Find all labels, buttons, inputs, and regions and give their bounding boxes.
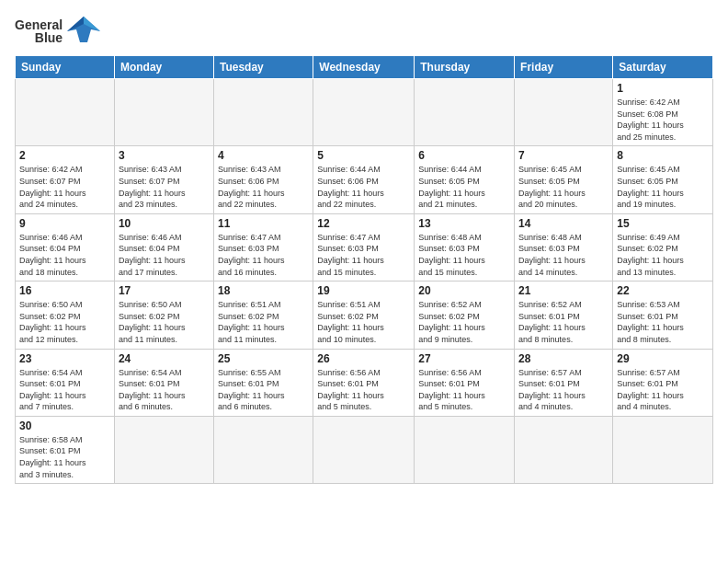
day-info: Sunrise: 6:44 AM Sunset: 6:06 PM Dayligh… [317,164,410,210]
calendar-cell: 12Sunrise: 6:47 AM Sunset: 6:03 PM Dayli… [313,213,415,281]
day-number: 2 [19,149,110,162]
calendar-cell [515,79,613,146]
logo-bird-icon [65,15,102,48]
calendar-cell: 8Sunrise: 6:45 AM Sunset: 6:05 PM Daylig… [613,146,713,213]
calendar-week-2: 2Sunrise: 6:42 AM Sunset: 6:07 PM Daylig… [16,146,713,213]
day-info: Sunrise: 6:51 AM Sunset: 6:02 PM Dayligh… [218,299,309,345]
day-number: 17 [119,284,210,297]
calendar-cell: 17Sunrise: 6:50 AM Sunset: 6:02 PM Dayli… [114,282,213,349]
calendar-cell: 3Sunrise: 6:43 AM Sunset: 6:07 PM Daylig… [114,146,213,213]
day-number: 18 [218,284,309,297]
calendar-cell: 15Sunrise: 6:49 AM Sunset: 6:02 PM Dayli… [613,213,713,281]
calendar-cell: 13Sunrise: 6:48 AM Sunset: 6:03 PM Dayli… [415,213,515,281]
day-info: Sunrise: 6:53 AM Sunset: 6:01 PM Dayligh… [617,299,709,345]
calendar-cell: 28Sunrise: 6:57 AM Sunset: 6:01 PM Dayli… [515,349,613,416]
calendar-cell: 24Sunrise: 6:54 AM Sunset: 6:01 PM Dayli… [114,349,213,416]
calendar-cell: 29Sunrise: 6:57 AM Sunset: 6:01 PM Dayli… [613,349,713,416]
calendar-week-4: 16Sunrise: 6:50 AM Sunset: 6:02 PM Dayli… [16,282,713,349]
calendar-cell: 23Sunrise: 6:54 AM Sunset: 6:01 PM Dayli… [16,349,115,416]
day-info: Sunrise: 6:48 AM Sunset: 6:03 PM Dayligh… [518,232,609,278]
day-number: 19 [317,284,410,297]
day-number: 28 [518,352,609,365]
day-info: Sunrise: 6:52 AM Sunset: 6:02 PM Dayligh… [418,299,510,345]
day-number: 12 [317,217,410,230]
day-info: Sunrise: 6:58 AM Sunset: 6:01 PM Dayligh… [19,434,110,480]
logo: General Blue [15,15,102,48]
calendar-cell: 25Sunrise: 6:55 AM Sunset: 6:01 PM Dayli… [213,349,313,416]
calendar-cell [313,79,415,146]
calendar-cell: 5Sunrise: 6:44 AM Sunset: 6:06 PM Daylig… [313,146,415,213]
calendar-week-1: 1Sunrise: 6:42 AM Sunset: 6:08 PM Daylig… [16,79,713,146]
calendar-week-6: 30Sunrise: 6:58 AM Sunset: 6:01 PM Dayli… [16,416,713,483]
day-number: 14 [518,217,609,230]
day-number: 9 [19,217,110,230]
day-number: 4 [218,149,309,162]
day-number: 7 [518,149,609,162]
calendar-cell: 27Sunrise: 6:56 AM Sunset: 6:01 PM Dayli… [415,349,515,416]
day-info: Sunrise: 6:43 AM Sunset: 6:06 PM Dayligh… [218,164,309,210]
calendar-cell: 4Sunrise: 6:43 AM Sunset: 6:06 PM Daylig… [213,146,313,213]
day-info: Sunrise: 6:55 AM Sunset: 6:01 PM Dayligh… [218,367,309,413]
calendar-cell [313,416,415,483]
day-number: 26 [317,352,410,365]
weekday-header-friday: Friday [515,56,613,79]
calendar-cell: 18Sunrise: 6:51 AM Sunset: 6:02 PM Dayli… [213,282,313,349]
day-info: Sunrise: 6:47 AM Sunset: 6:03 PM Dayligh… [218,232,309,278]
logo-general: General [15,18,63,31]
calendar-cell: 14Sunrise: 6:48 AM Sunset: 6:03 PM Dayli… [515,213,613,281]
day-number: 30 [19,419,110,432]
day-info: Sunrise: 6:46 AM Sunset: 6:04 PM Dayligh… [19,232,110,278]
calendar-cell [114,416,213,483]
day-number: 13 [418,217,510,230]
calendar-cell [515,416,613,483]
day-number: 15 [617,217,709,230]
calendar-cell [613,416,713,483]
day-number: 24 [119,352,210,365]
day-info: Sunrise: 6:42 AM Sunset: 6:08 PM Dayligh… [617,97,709,143]
day-info: Sunrise: 6:42 AM Sunset: 6:07 PM Dayligh… [19,164,110,210]
calendar-cell [16,79,115,146]
day-number: 3 [119,149,210,162]
weekday-header-saturday: Saturday [613,56,713,79]
day-number: 25 [218,352,309,365]
logo-blue: Blue [35,31,63,44]
calendar-cell: 21Sunrise: 6:52 AM Sunset: 6:01 PM Dayli… [515,282,613,349]
calendar-cell: 30Sunrise: 6:58 AM Sunset: 6:01 PM Dayli… [16,416,115,483]
day-info: Sunrise: 6:51 AM Sunset: 6:02 PM Dayligh… [317,299,410,345]
day-info: Sunrise: 6:50 AM Sunset: 6:02 PM Dayligh… [119,299,210,345]
day-number: 22 [617,284,709,297]
weekday-header-thursday: Thursday [415,56,515,79]
calendar-cell: 7Sunrise: 6:45 AM Sunset: 6:05 PM Daylig… [515,146,613,213]
day-info: Sunrise: 6:57 AM Sunset: 6:01 PM Dayligh… [518,367,609,413]
calendar-cell: 19Sunrise: 6:51 AM Sunset: 6:02 PM Dayli… [313,282,415,349]
day-number: 10 [119,217,210,230]
day-info: Sunrise: 6:43 AM Sunset: 6:07 PM Dayligh… [119,164,210,210]
day-number: 20 [418,284,510,297]
calendar-cell: 11Sunrise: 6:47 AM Sunset: 6:03 PM Dayli… [213,213,313,281]
day-number: 29 [617,352,709,365]
day-number: 27 [418,352,510,365]
calendar-week-5: 23Sunrise: 6:54 AM Sunset: 6:01 PM Dayli… [16,349,713,416]
calendar-cell [415,79,515,146]
calendar-cell: 10Sunrise: 6:46 AM Sunset: 6:04 PM Dayli… [114,213,213,281]
calendar-cell: 9Sunrise: 6:46 AM Sunset: 6:04 PM Daylig… [16,213,115,281]
calendar-cell: 1Sunrise: 6:42 AM Sunset: 6:08 PM Daylig… [613,79,713,146]
day-info: Sunrise: 6:54 AM Sunset: 6:01 PM Dayligh… [119,367,210,413]
calendar-cell: 20Sunrise: 6:52 AM Sunset: 6:02 PM Dayli… [415,282,515,349]
day-number: 1 [617,82,709,95]
day-number: 5 [317,149,410,162]
day-number: 11 [218,217,309,230]
calendar-cell: 2Sunrise: 6:42 AM Sunset: 6:07 PM Daylig… [16,146,115,213]
day-info: Sunrise: 6:44 AM Sunset: 6:05 PM Dayligh… [418,164,510,210]
calendar-cell: 22Sunrise: 6:53 AM Sunset: 6:01 PM Dayli… [613,282,713,349]
weekday-header-wednesday: Wednesday [313,56,415,79]
day-info: Sunrise: 6:52 AM Sunset: 6:01 PM Dayligh… [518,299,609,345]
calendar-cell [114,79,213,146]
day-number: 16 [19,284,110,297]
calendar-cell: 26Sunrise: 6:56 AM Sunset: 6:01 PM Dayli… [313,349,415,416]
calendar-cell [415,416,515,483]
weekday-header-tuesday: Tuesday [213,56,313,79]
calendar-cell [213,79,313,146]
calendar-cell: 6Sunrise: 6:44 AM Sunset: 6:05 PM Daylig… [415,146,515,213]
day-info: Sunrise: 6:46 AM Sunset: 6:04 PM Dayligh… [119,232,210,278]
